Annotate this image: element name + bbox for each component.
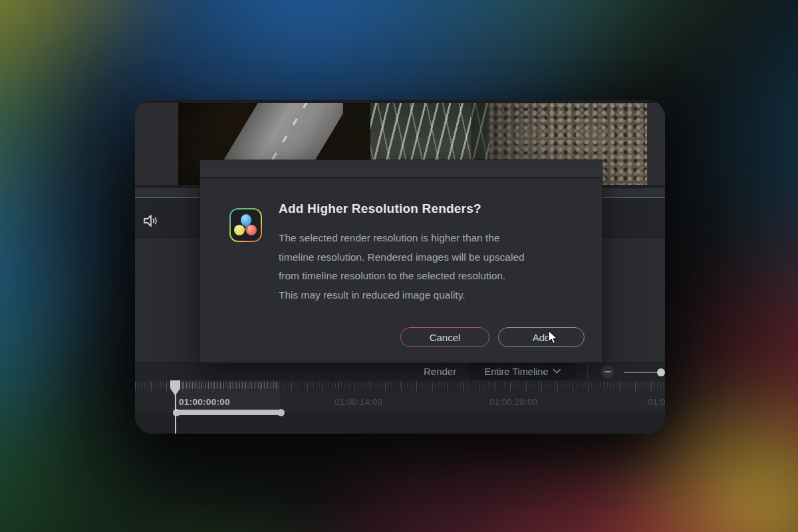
render-mode-value: Entire Timeline — [485, 366, 549, 377]
davinci-resolve-logo-icon — [229, 208, 262, 242]
dialog-body-line: The selected render resolution is higher… — [279, 229, 585, 248]
dialog-body-line: timeline resolution. Rendered images wil… — [279, 248, 585, 267]
add-renders-dialog: Add Higher Resolution Renders? The selec… — [200, 160, 602, 363]
dialog-body-line: from timeline resolution to the selected… — [279, 267, 585, 286]
speaker-icon[interactable] — [142, 212, 160, 229]
render-controls-bar: Render Entire Timeline — [135, 362, 665, 380]
ruler-ticks-highlight — [174, 382, 280, 389]
dialog-header-strip — [200, 160, 602, 178]
chevron-down-icon — [553, 365, 562, 374]
render-range-bar[interactable] — [176, 410, 281, 415]
render-label: Render — [424, 366, 456, 377]
timeline-ruler[interactable]: 01:00:00:00 01:00:14:00 01:00:28:00 01:0 — [135, 380, 665, 412]
zoom-slider-knob[interactable] — [657, 368, 665, 376]
timecode-label-clipped: 01:0 — [648, 397, 665, 407]
playhead-line — [175, 392, 177, 434]
timeline-zoom-slider[interactable] — [624, 363, 665, 381]
zoom-out-button[interactable] — [601, 365, 614, 378]
add-button[interactable]: Add — [498, 327, 585, 347]
timeline-bottom-strip — [135, 412, 665, 434]
minus-icon — [604, 371, 611, 373]
mouse-cursor-icon — [545, 329, 561, 345]
toolbar-divider — [587, 365, 588, 379]
render-mode-dropdown[interactable]: Entire Timeline — [469, 364, 575, 379]
timecode-label: 01:00:14:00 — [334, 397, 382, 407]
dialog-title: Add Higher Resolution Renders? — [279, 201, 481, 216]
logo-red-balloon — [246, 225, 257, 235]
timecode-playhead: 01:00:00:00 — [179, 397, 230, 407]
dialog-body-text: The selected render resolution is higher… — [279, 229, 585, 305]
timecode-label: 01:00:28:00 — [489, 397, 537, 407]
screenshot-stage: Render Entire Timeline 01:00:00:00 01:00… — [0, 0, 798, 532]
cancel-button[interactable]: Cancel — [400, 327, 489, 347]
logo-yellow-balloon — [234, 225, 245, 235]
dialog-body-line: This may result in reduced image quality… — [279, 286, 585, 305]
